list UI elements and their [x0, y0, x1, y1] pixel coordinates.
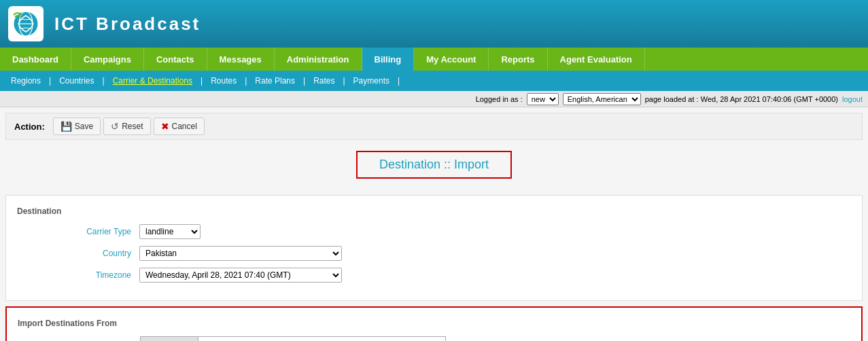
nav-reports[interactable]: Reports	[489, 48, 547, 71]
status-bar: Logged in as : new English, American pag…	[0, 91, 868, 107]
action-bar: Action: 💾 Save ↺ Reset ✖ Cancel	[5, 113, 863, 140]
app-title: ICT Broadcast	[54, 14, 201, 35]
country-control: Pakistan	[139, 246, 342, 261]
carrier-type-label: Carrier Type	[17, 227, 139, 236]
choose-file-button[interactable]: Choose File	[141, 337, 198, 341]
upload-file-row: Upload File Choose File No file chosen	[18, 336, 850, 341]
carrier-type-row: Carrier Type landline mobile toll-free	[17, 224, 851, 239]
subnav-rates[interactable]: Rates	[308, 76, 340, 86]
content-area: Action: 💾 Save ↺ Reset ✖ Cancel Destinat…	[0, 107, 868, 341]
subnav-countries[interactable]: Countries	[54, 76, 99, 86]
country-label: Country	[17, 249, 139, 258]
page-title: Destination :: Import	[379, 158, 489, 172]
logged-in-label: Logged in as :	[476, 95, 523, 103]
nav-myaccount[interactable]: My Account	[414, 48, 489, 71]
nav-messages[interactable]: Messages	[207, 48, 275, 71]
nav-contacts[interactable]: Contacts	[144, 48, 207, 71]
subnav-payments[interactable]: Payments	[348, 76, 395, 86]
subnav-regions[interactable]: Regions	[5, 76, 46, 86]
sub-nav: Regions | Countries | Carrier & Destinat…	[0, 71, 868, 91]
reset-icon: ↺	[111, 121, 119, 132]
header: ICT Broadcast	[0, 0, 868, 48]
cancel-button[interactable]: ✖ Cancel	[154, 118, 205, 135]
timezone-label: Timezone	[17, 270, 139, 280]
logo-icon	[12, 10, 39, 37]
import-section: Import Destinations From Upload File Cho…	[5, 306, 863, 341]
timezone-select[interactable]: Wednesday, April 28, 2021 07:40 (GMT)	[139, 268, 342, 283]
timezone-control: Wednesday, April 28, 2021 07:40 (GMT)	[139, 268, 342, 283]
subnav-carrier-destinations[interactable]: Carrier & Destinations	[107, 76, 198, 86]
page-loaded-text: page loaded at : Wed, 28 Apr 2021 07:40:…	[645, 95, 838, 103]
language-select[interactable]: English, American	[563, 93, 641, 105]
subnav-rate-plans[interactable]: Rate Plans	[249, 76, 300, 86]
country-select[interactable]: Pakistan	[139, 246, 342, 261]
reset-button[interactable]: ↺ Reset	[103, 118, 150, 135]
upload-control: Choose File No file chosen	[140, 336, 446, 341]
nav-administration[interactable]: Administration	[275, 48, 362, 71]
import-section-title: Import Destinations From	[18, 319, 850, 328]
nav-bar: Dashboard Campaigns Contacts Messages Ad…	[0, 48, 868, 71]
action-label: Action:	[14, 122, 45, 132]
subnav-routes[interactable]: Routes	[205, 76, 242, 86]
cancel-icon: ✖	[161, 121, 169, 132]
page-title-box: Destination :: Import	[356, 151, 512, 179]
user-select[interactable]: new	[527, 93, 559, 105]
file-input-display[interactable]: Choose File No file chosen	[140, 336, 446, 341]
carrier-type-control: landline mobile toll-free	[139, 224, 201, 239]
nav-agent-evaluation[interactable]: Agent Evaluation	[548, 48, 645, 71]
nav-campaigns[interactable]: Campaigns	[71, 48, 144, 71]
save-button[interactable]: 💾 Save	[53, 118, 101, 135]
nav-billing[interactable]: Billing	[362, 48, 415, 71]
timezone-row: Timezone Wednesday, April 28, 2021 07:40…	[17, 268, 851, 283]
title-wrapper: Destination :: Import	[5, 145, 863, 190]
carrier-type-select[interactable]: landline mobile toll-free	[139, 224, 201, 239]
destination-section: Destination Carrier Type landline mobile…	[5, 195, 863, 301]
nav-dashboard[interactable]: Dashboard	[0, 48, 71, 71]
logout-link[interactable]: logout	[842, 95, 863, 103]
save-icon: 💾	[60, 121, 72, 132]
destination-section-title: Destination	[17, 207, 851, 216]
country-row: Country Pakistan	[17, 246, 851, 261]
logo-box	[8, 6, 44, 41]
